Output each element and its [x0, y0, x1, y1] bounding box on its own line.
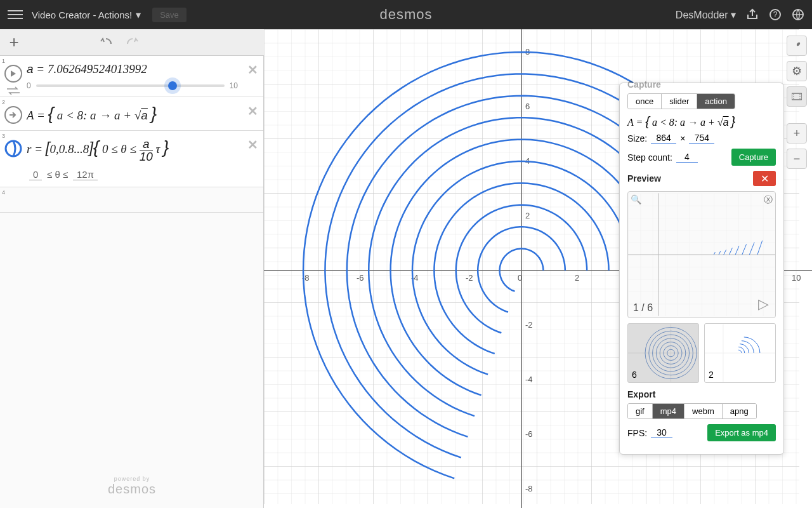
action-formula: A = { a < 8: a → a + √a } [627, 114, 776, 129]
settings-icon[interactable]: ⚙ [787, 61, 807, 81]
svg-text:-6: -6 [525, 429, 533, 439]
tab-once[interactable]: once [628, 94, 662, 109]
preview-play-icon[interactable]: ▷ [758, 296, 769, 312]
svg-point-27 [793, 98, 794, 99]
zoom-out-button[interactable]: − [787, 149, 807, 169]
expression-row-3[interactable]: 3 ✕ r = [0,0.8...8]{ 0 ≤ θ ≤ a10 τ } 0 ≤… [0, 131, 263, 187]
size-width-input[interactable] [651, 133, 676, 144]
svg-point-25 [793, 94, 794, 95]
format-gif[interactable]: gif [628, 404, 653, 418]
capture-button[interactable]: Capture [731, 149, 776, 166]
capture-heading: Capture [627, 79, 776, 90]
redo-button[interactable] [126, 37, 140, 48]
slider-thumb[interactable] [168, 81, 177, 90]
loop-icon[interactable] [4, 86, 22, 95]
preview-zoom-icon[interactable]: 🔍 [631, 194, 641, 204]
svg-point-28 [799, 94, 801, 95]
run-action-icon[interactable] [4, 106, 22, 124]
svg-text:-8: -8 [525, 484, 533, 493]
domain-row[interactable]: 0 ≤ θ ≤ 12π [27, 169, 238, 180]
help-icon[interactable]: ? [769, 8, 782, 21]
svg-text:-2: -2 [525, 320, 533, 330]
graph-title[interactable]: Video Creator - Actions! [32, 10, 132, 20]
size-height-input[interactable] [689, 133, 714, 144]
preview-counter: 1 / 6 [633, 302, 653, 314]
format-apng[interactable]: apng [723, 404, 756, 418]
preview-clear-icon[interactable]: ⓧ [764, 194, 773, 206]
chevron-down-icon[interactable]: ▾ [136, 9, 141, 21]
export-format-tabs: gif mp4 webm apng [627, 403, 757, 419]
tab-slider[interactable]: slider [662, 94, 697, 109]
svg-text:-4: -4 [525, 375, 533, 384]
video-icon[interactable] [787, 86, 807, 107]
svg-text:-2: -2 [466, 273, 473, 283]
color-swatch-icon[interactable] [4, 140, 22, 157]
wrench-icon[interactable] [787, 36, 807, 56]
svg-text:0: 0 [518, 273, 522, 283]
powered-by: powered by desmos [0, 476, 264, 497]
close-icon[interactable]: ✕ [247, 62, 258, 77]
graph-controls: ⚙ + − [787, 36, 807, 169]
share-icon[interactable] [746, 8, 759, 21]
format-mp4[interactable]: mp4 [653, 404, 684, 418]
save-button[interactable]: Save [152, 8, 187, 22]
export-heading: Export [627, 389, 776, 399]
svg-text:2: 2 [575, 273, 579, 283]
globe-icon[interactable] [792, 8, 804, 21]
expression-row-4[interactable]: 4 [0, 187, 263, 213]
fps-input[interactable] [651, 427, 672, 438]
thumbnail-2[interactable]: 2 [704, 323, 776, 383]
svg-text:-6: -6 [357, 273, 364, 283]
expression-list: 1 ✕ a = a = 7.0626495240139927.062649524… [0, 56, 264, 508]
preview-box: 🔍 ⓧ ▷ 1 / 6 [627, 191, 776, 318]
preview-heading: Preview [627, 173, 661, 184]
slider-track[interactable] [36, 84, 225, 87]
capture-mode-tabs: once slider action [627, 93, 735, 109]
export-button[interactable]: Export as mp4 [707, 424, 776, 441]
play-slider-icon[interactable] [4, 65, 22, 83]
svg-text:6: 6 [525, 102, 530, 111]
svg-text:?: ? [773, 10, 778, 19]
step-count-input[interactable] [676, 152, 698, 163]
expression-formula[interactable]: A = { a < 8: a → a + √a } [27, 104, 238, 124]
close-icon[interactable]: ✕ [247, 137, 258, 152]
zoom-in-button[interactable]: + [787, 123, 807, 144]
undo-button[interactable] [99, 37, 113, 48]
expression-formula[interactable]: a = a = 7.0626495240139927.0626495240139… [27, 62, 238, 76]
preview-close-button[interactable]: ✕ [753, 171, 776, 186]
add-expression-button[interactable]: + [5, 32, 23, 52]
plugin-menu[interactable]: DesModder ▾ [676, 9, 736, 21]
svg-point-30 [799, 98, 801, 99]
menu-icon[interactable] [8, 10, 23, 19]
svg-point-29 [799, 96, 801, 97]
svg-text:10: 10 [792, 273, 801, 283]
svg-text:2: 2 [525, 211, 530, 220]
svg-point-26 [793, 96, 794, 97]
app-header: Video Creator - Actions! ▾ Save desmos D… [0, 0, 812, 29]
tab-action[interactable]: action [697, 94, 735, 109]
expression-row-2[interactable]: 2 ✕ A = { a < 8: a → a + √a } [0, 97, 263, 131]
video-creator-panel: Capture once slider action A = { a < 8: … [619, 83, 784, 455]
format-webm[interactable]: webm [684, 404, 723, 418]
thumbnail-1[interactable]: 6 [627, 323, 699, 383]
expression-row-1[interactable]: 1 ✕ a = a = 7.0626495240139927.062649524… [0, 56, 263, 97]
expression-formula[interactable]: r = [0,0.8...8]{ 0 ≤ θ ≤ a10 τ } [27, 137, 238, 163]
brand-logo: desmos [379, 6, 432, 23]
close-icon[interactable]: ✕ [247, 104, 258, 119]
